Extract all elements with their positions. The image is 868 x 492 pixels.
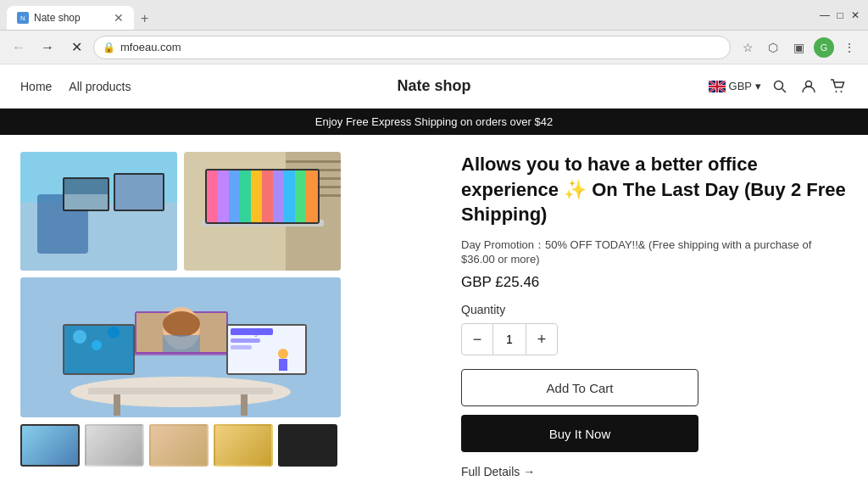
profile-avatar: G <box>814 37 834 58</box>
new-tab-button[interactable]: + <box>134 8 155 30</box>
forward-button[interactable]: → <box>36 36 59 59</box>
add-to-cart-button[interactable]: Add To Cart <box>461 369 698 406</box>
account-icon[interactable] <box>798 76 819 97</box>
thumbnail-row <box>20 424 436 467</box>
svg-point-5 <box>841 91 843 92</box>
product-images: E-learning <box>20 152 436 475</box>
quantity-value: 1 <box>492 324 526 355</box>
maximize-button[interactable]: □ <box>834 9 846 21</box>
svg-rect-59 <box>231 345 252 349</box>
svg-rect-40 <box>114 394 120 416</box>
window-controls: — □ ✕ <box>819 9 861 21</box>
thumbnail-2[interactable] <box>85 424 144 467</box>
menu-icon[interactable]: ⋮ <box>837 36 861 59</box>
site-title: Nate shop <box>397 77 470 95</box>
tab-title: Nate shop <box>34 12 81 24</box>
profile-icon[interactable]: G <box>812 36 836 59</box>
quantity-label: Quantity <box>461 303 848 316</box>
svg-point-47 <box>163 311 200 337</box>
svg-rect-31 <box>262 171 273 222</box>
browser-tab[interactable]: N Nate shop ✕ <box>7 6 134 30</box>
svg-point-51 <box>73 330 86 344</box>
svg-rect-61 <box>279 359 287 371</box>
thumbnail-4[interactable] <box>214 424 273 467</box>
currency-label: GBP <box>729 80 752 92</box>
svg-rect-34 <box>295 171 306 222</box>
promotion-text: Day Promotion：50% OFF TODAY!!& (Free shi… <box>461 238 848 266</box>
currency-selector[interactable]: GBP ▾ <box>709 80 761 92</box>
nav-left: Home All products <box>20 80 131 93</box>
toolbar-icons: ☆ ⬡ ▣ G ⋮ <box>736 36 861 59</box>
svg-rect-58 <box>231 338 260 343</box>
tab-close-button[interactable]: ✕ <box>114 12 124 24</box>
svg-rect-14 <box>64 179 108 194</box>
back-button[interactable]: ← <box>7 36 31 59</box>
thumbnail-1[interactable] <box>20 424 80 467</box>
svg-rect-26 <box>207 171 218 222</box>
nav-home[interactable]: Home <box>20 80 52 93</box>
thumbnail-3[interactable] <box>149 424 209 467</box>
lock-icon: 🔒 <box>103 42 115 53</box>
minimize-button[interactable]: — <box>819 9 831 21</box>
quantity-increase-button[interactable]: + <box>526 324 557 355</box>
svg-point-60 <box>278 349 288 359</box>
svg-point-4 <box>836 91 837 92</box>
buy-now-button[interactable]: Buy It Now <box>461 415 698 452</box>
svg-rect-12 <box>115 175 163 210</box>
svg-line-2 <box>782 88 787 92</box>
product-image-3[interactable]: E-learning <box>20 277 341 417</box>
svg-rect-41 <box>241 394 248 416</box>
cart-icon[interactable] <box>827 76 848 97</box>
svg-rect-18 <box>286 160 341 163</box>
address-bar-row: ← → ✕ 🔒 mfoeau.com ☆ ⬡ ▣ G ⋮ <box>0 31 868 64</box>
address-bar[interactable]: 🔒 mfoeau.com <box>93 36 731 59</box>
images-top-row <box>20 152 436 271</box>
svg-rect-29 <box>240 171 251 222</box>
quantity-control: − 1 + <box>461 323 558 355</box>
site-nav: Home All products Nate shop GB <box>0 64 868 109</box>
svg-rect-28 <box>229 171 240 222</box>
product-image-2[interactable] <box>184 152 341 271</box>
close-button[interactable]: ✕ <box>849 9 861 21</box>
product-image-1[interactable] <box>20 152 177 271</box>
nav-all-products[interactable]: All products <box>69 80 131 93</box>
svg-rect-48 <box>163 335 200 352</box>
title-bar: N Nate shop ✕ + — □ ✕ <box>0 0 868 31</box>
extensions-icon[interactable]: ⬡ <box>761 36 785 59</box>
svg-point-52 <box>92 340 102 350</box>
quantity-decrease-button[interactable]: − <box>462 324 492 355</box>
svg-rect-39 <box>88 388 273 394</box>
side-panel-icon[interactable]: ▣ <box>787 36 810 59</box>
uk-flag-icon <box>709 81 726 92</box>
main-content: E-learning <box>0 135 868 492</box>
svg-point-1 <box>775 81 783 89</box>
svg-rect-13 <box>64 194 108 210</box>
webpage: Home All products Nate shop GB <box>0 64 868 492</box>
product-title: Allows you to have a better office exper… <box>461 152 848 227</box>
promo-text: Enjoy Free Express Shipping on orders ov… <box>315 115 553 128</box>
tab-favicon: N <box>17 12 29 24</box>
full-details-link[interactable]: Full Details → <box>461 465 535 478</box>
svg-rect-27 <box>218 171 229 222</box>
product-price: GBP £25.46 <box>461 274 848 291</box>
svg-rect-32 <box>273 171 284 222</box>
url-text: mfoeau.com <box>120 41 721 53</box>
svg-rect-30 <box>251 171 262 222</box>
svg-text:E-learning: E-learning <box>231 330 258 337</box>
bookmark-icon[interactable]: ☆ <box>736 36 760 59</box>
nav-right: GBP ▾ <box>709 76 848 97</box>
search-icon[interactable] <box>770 76 790 97</box>
svg-rect-33 <box>284 171 295 222</box>
currency-chevron-icon: ▾ <box>755 80 761 92</box>
svg-point-53 <box>108 327 120 338</box>
refresh-button[interactable]: ✕ <box>64 36 88 59</box>
promo-bar: Enjoy Free Express Shipping on orders ov… <box>0 109 868 135</box>
product-info: Allows you to have a better office exper… <box>461 152 848 475</box>
thumbnail-5[interactable] <box>278 424 337 467</box>
svg-rect-35 <box>306 171 318 222</box>
